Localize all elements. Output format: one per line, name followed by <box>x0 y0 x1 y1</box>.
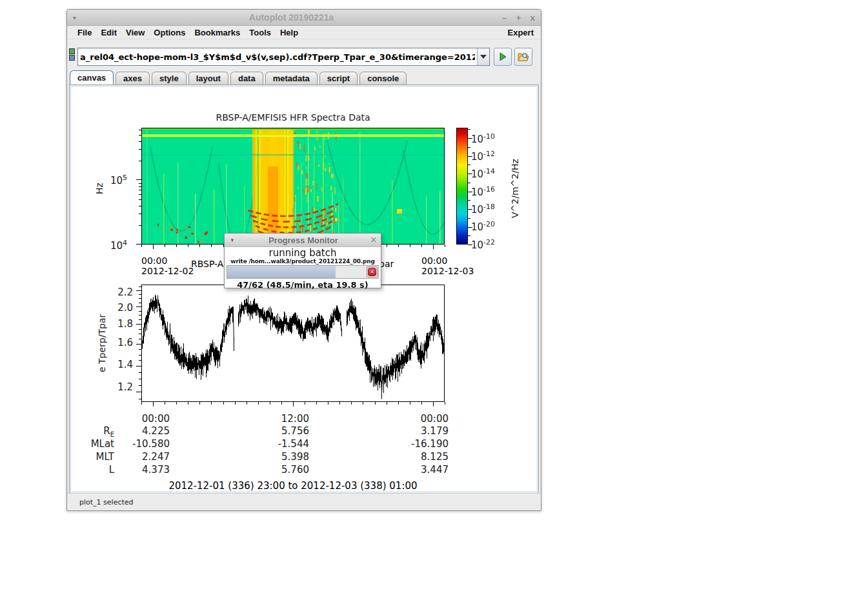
tab-data[interactable]: data <box>230 72 263 85</box>
ephemeris-label-re: RE <box>76 425 114 438</box>
menu-bookmarks[interactable]: Bookmarks <box>190 28 245 37</box>
expert-menu[interactable]: Expert <box>508 28 535 37</box>
spectrogram-xtick-right: 00:00 2012-12-03 <box>421 255 474 276</box>
time-range-label: 2012-12-01 (336) 23:00 to 2012-12-03 (33… <box>141 480 445 492</box>
ephemeris-mlt-0: 2.247 <box>131 451 170 463</box>
ytick-1.2: 1.2 <box>107 381 133 393</box>
tab-style[interactable]: style <box>152 72 187 85</box>
data-layer-icon[interactable] <box>69 55 75 61</box>
obscured-title-left-fragment: RBSP-A <box>191 259 223 269</box>
menu-options[interactable]: Options <box>149 28 190 37</box>
progress-cancel-button[interactable]: ✕ <box>367 266 378 277</box>
progress-monitor-dialog[interactable]: ▾ Progress Monitor ✕ running batch write… <box>224 233 381 288</box>
xtick-time-2: 00:00 <box>410 413 449 425</box>
progress-bar: ✕ <box>227 265 379 279</box>
tab-console[interactable]: console <box>359 72 407 85</box>
spectrogram-plot[interactable] <box>133 127 447 250</box>
progress-detail-label: write /hom...walk3/product_20121224_00.p… <box>225 258 381 265</box>
spectrogram-ytick-1e5: 105 <box>101 174 127 186</box>
dialog-menu-arrow-icon[interactable]: ▾ <box>225 237 240 243</box>
colorbar-tick-5: 10-20 <box>471 220 495 233</box>
tab-layout[interactable]: layout <box>188 72 228 85</box>
chevron-down-icon <box>480 55 487 59</box>
menu-tools[interactable]: Tools <box>245 28 276 37</box>
ephemeris-l-0: 4.373 <box>131 464 170 476</box>
progress-bar-fill <box>227 266 336 278</box>
spectrogram-title: RBSP-A/EMFISIS HFR Spectra Data <box>141 112 445 123</box>
ytick-1.6: 1.6 <box>107 337 133 348</box>
menu-edit[interactable]: Edit <box>96 28 121 37</box>
uri-toolbar <box>67 39 541 70</box>
minimize-button[interactable]: – <box>502 13 507 23</box>
ephemeris-l-2: 3.447 <box>410 464 449 476</box>
status-bar: plot_1 selected <box>67 493 541 510</box>
layer-icons <box>69 48 75 61</box>
colorbar-tick-3: 10-16 <box>471 185 495 198</box>
play-icon <box>498 52 508 62</box>
spectrogram-xtick-left: 00:00 2012-12-02 <box>141 255 194 276</box>
colorbar-tick-4: 10-18 <box>471 203 495 215</box>
folder-magnifier-icon <box>518 52 529 62</box>
ephemeris-mlat-0: -10.580 <box>125 438 170 450</box>
dialog-close-button[interactable]: ✕ <box>367 235 381 245</box>
ephemeris-mlt-2: 8.125 <box>410 451 449 463</box>
ephemeris-re-2: 3.179 <box>410 425 449 437</box>
colorbar-tick-0: 10-10 <box>471 132 495 145</box>
colorbar-tick-6: 10-22 <box>471 238 495 251</box>
window-controls: – + x <box>496 12 535 23</box>
uri-combobox <box>77 48 490 66</box>
timeseries-plot[interactable] <box>133 284 447 408</box>
colorbar-unit-label: V^2/m^2/Hz <box>510 146 520 230</box>
ephemeris-label-mlt: MLT <box>76 451 114 463</box>
close-button[interactable]: x <box>530 13 535 23</box>
spectrogram-ytick-1e4: 104 <box>101 239 127 252</box>
ytick-1.4: 1.4 <box>107 359 133 370</box>
maximize-button[interactable]: + <box>516 13 521 23</box>
ephemeris-mlat-2: -16.190 <box>403 438 449 450</box>
xtick-time-1: 12:00 <box>270 413 309 425</box>
colorbar-tick-1: 10-12 <box>471 150 495 163</box>
progress-task-label: running batch <box>225 248 381 258</box>
ytick-2.2: 2.2 <box>107 286 133 298</box>
menu-view[interactable]: View <box>121 28 149 37</box>
menu-file[interactable]: File <box>73 28 96 37</box>
tab-metadata[interactable]: metadata <box>265 72 318 85</box>
ephemeris-label-mlat: MLat <box>76 438 114 450</box>
ephemeris-re-1: 5.756 <box>270 425 309 437</box>
xtick-time-0: 00:00 <box>131 413 170 425</box>
ephemeris-label-l: L <box>76 464 114 476</box>
progress-dialog-titlebar[interactable]: ▾ Progress Monitor ✕ <box>225 234 381 247</box>
ephemeris-l-1: 5.760 <box>270 464 309 476</box>
window-menu-arrow-icon[interactable]: ▾ <box>73 14 87 21</box>
timeseries-ylabel: e Tperp/Tpar <box>97 301 107 385</box>
ephemeris-mlt-1: 5.398 <box>270 451 309 463</box>
plot-layer-icon[interactable] <box>69 48 75 54</box>
ytick-1.8: 1.8 <box>107 318 133 330</box>
colorbar-tick-2: 10-14 <box>471 167 495 180</box>
tab-script[interactable]: script <box>319 72 358 85</box>
uri-input[interactable] <box>78 48 477 65</box>
inspect-uri-button[interactable] <box>514 48 532 66</box>
progress-dialog-title: Progress Monitor <box>240 235 367 245</box>
ephemeris-mlat-1: -1.544 <box>264 438 309 450</box>
tab-axes[interactable]: axes <box>116 72 150 85</box>
uri-dropdown-button[interactable] <box>477 48 489 65</box>
menu-bar: File Edit View Options Bookmarks Tools H… <box>67 26 541 39</box>
ytick-2.0: 2.0 <box>107 302 133 314</box>
cancel-x-icon: ✕ <box>368 268 376 276</box>
tab-canvas[interactable]: canvas <box>70 70 114 85</box>
go-button[interactable] <box>494 48 512 66</box>
window-titlebar[interactable]: ▾ Autoplot 20190221a – + x <box>67 10 541 26</box>
menu-help[interactable]: Help <box>276 28 303 37</box>
progress-count-label: 47/62 (48.5/min, eta 19.8 s) <box>225 280 381 290</box>
ephemeris-re-0: 4.225 <box>131 425 170 437</box>
status-text: plot_1 selected <box>79 498 134 506</box>
window-title: Autoplot 20190221a <box>87 12 496 23</box>
tab-bar: canvas axes style layout data metadata s… <box>67 70 541 85</box>
